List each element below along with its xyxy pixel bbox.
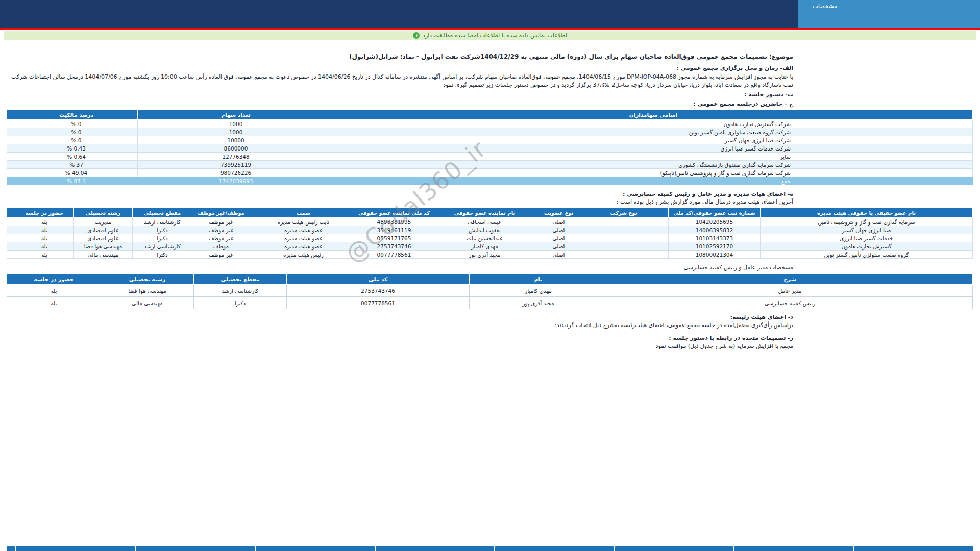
- partial-header-cell: [734, 546, 853, 551]
- section-e-title: ه- اعضای هیات مدیره و مدیر عامل و رئیس ک…: [7, 191, 793, 197]
- spacer-cell: [7, 153, 15, 161]
- shareholder-row: شرکت گروه صنعت سلولزی تامین گستر نوین 10…: [7, 128, 973, 136]
- attendance: بله: [7, 297, 101, 309]
- col-representative-national-id: کد ملی نماینده عضو حقوقی: [357, 208, 431, 218]
- membership-type: اصلی: [538, 226, 579, 234]
- spacer-cell: [7, 161, 15, 169]
- member-name: صبا انرژی جهان گستر: [761, 226, 973, 234]
- shareholder-name: شرکت سرمایه گذاری صندوق بازنشستگی کشوری: [334, 161, 973, 169]
- name: مجید آذری پور: [470, 297, 607, 309]
- position: رئیس هیئت مدیره: [250, 251, 357, 259]
- spacer-col: [7, 208, 15, 218]
- representative-national-id: 0559171765: [357, 234, 431, 242]
- position: عضو هیئت مدیره: [250, 242, 357, 251]
- section-d-intro: براساس رأی‌گیری به‌عمل‌آمده در جلسه مجمع…: [7, 321, 793, 330]
- shareholders-header-row: اسامی سهامداران تعداد سهام درصد مالکیت: [7, 110, 973, 120]
- shareholder-name: شرکت صبا انرژی جهان گستر: [334, 136, 973, 144]
- registration-number: 10420205695: [669, 218, 761, 226]
- signature-match-banner: اطلاعات نمایش داده شده با اطلاعات امضا ش…: [4, 31, 976, 40]
- col-shareholder-names: اسامی سهامداران: [334, 110, 973, 120]
- col-field-of-study: رشته تحصیلی: [101, 274, 194, 285]
- shareholder-name: شرکت گروه صنعت سلولزی تامین گستر نوین: [334, 128, 973, 136]
- registration-number: 10102592170: [669, 242, 761, 251]
- board-member-row: گروه صنعت سلولزی تأمین گستر نوین 1080002…: [7, 251, 973, 259]
- report-subject: موضوع: تصمیمات مجمع عمومی فوق‌العاده صاح…: [7, 53, 793, 60]
- spacer-cell: [7, 251, 15, 259]
- total-share-count: 1742039693: [138, 177, 334, 185]
- shareholder-row: شرکت گسترش تجارت هامون 1000 0 %: [7, 120, 973, 128]
- section-b-title: ب- دستور جلسه :: [7, 91, 793, 98]
- registration-number: 14006395832: [669, 226, 761, 234]
- ownership-percent: 37 %: [15, 161, 138, 169]
- registration-number: 10103143373: [669, 234, 761, 242]
- spacer-cell: [7, 144, 15, 153]
- spacer-cell: [7, 136, 15, 144]
- position: نایب رئیس هیئت مدیره: [250, 218, 357, 226]
- share-count: 12776348: [138, 153, 334, 161]
- section-a-body: با عنایت به مجوز افزایش سرمایه به شماره …: [7, 73, 793, 89]
- description: مدیر عامل: [607, 285, 973, 297]
- total-ownership-percent: 87.1 %: [15, 177, 138, 185]
- shareholders-table: اسامی سهامداران تعداد سهام درصد مالکیت ش…: [7, 110, 973, 185]
- executive-status: غیر موظف: [192, 234, 250, 242]
- ownership-percent: 0 %: [15, 120, 138, 128]
- board-member-row: خدمات گستر صبا انرژی 10103143373 اصلی عب…: [7, 234, 973, 242]
- col-position: سمت: [250, 208, 357, 218]
- spacer-cell: [7, 120, 15, 128]
- position: عضو هیئت مدیره: [250, 234, 357, 242]
- company-type: [579, 226, 669, 234]
- share-count: 8600000: [138, 144, 334, 153]
- representative-name: عبدالحسین بیات: [431, 234, 538, 242]
- representative-national-id: 0077778561: [357, 251, 431, 259]
- attendance: بله: [7, 285, 101, 297]
- membership-type: اصلی: [538, 242, 579, 251]
- col-field-of-study: رشته تحصیلی: [74, 208, 133, 218]
- col-membership-type: نوع عضویت: [538, 208, 579, 218]
- executive-status: غیر موظف: [192, 218, 250, 226]
- partial-header-cell: [854, 546, 973, 551]
- ownership-percent: 0 %: [15, 136, 138, 144]
- col-national-id: کد ملی: [287, 274, 470, 285]
- position: عضو هیئت مدیره: [250, 226, 357, 234]
- col-name: نام: [470, 274, 607, 285]
- board-member-row: گسترش تجارت هامون 10102592170 اصلی مهدی …: [7, 242, 973, 251]
- col-degree-level: مقطع تحصیلی: [133, 208, 192, 218]
- spacer-cell: [7, 169, 15, 177]
- codal-report-page: مشخصات اطلاعات نمایش داده شده با اطلاعات…: [0, 0, 980, 551]
- degree-level: کارشناسی ارشد: [133, 242, 192, 251]
- spacer-cell: [7, 242, 15, 251]
- degree-level: دکترا: [133, 234, 192, 242]
- field-of-study: مهندسی مالی: [101, 297, 194, 309]
- top-header-bar: مشخصات: [0, 0, 980, 28]
- representative-national-id: 4898381995: [357, 218, 431, 226]
- representative-name: یعقوب اندایش: [431, 226, 538, 234]
- representative-name: مهدی کامیار: [431, 242, 538, 251]
- ceo-table-header-row: شرح نام کد ملی مقطع تحصیلی رشته تحصیلی ح…: [7, 274, 973, 285]
- shareholder-name: شرکت خدمات گستر صبا انرژی: [334, 144, 973, 153]
- col-ownership-percent: درصد مالکیت: [15, 110, 138, 120]
- tab-specifications[interactable]: مشخصات: [813, 3, 837, 10]
- member-name: گسترش تجارت هامون: [761, 242, 973, 251]
- share-count: 980726226: [138, 169, 334, 177]
- company-type: [579, 218, 669, 226]
- registration-number: 10800021304: [669, 251, 761, 259]
- spacer-cell: [7, 234, 15, 242]
- shareholder-row: شرکت خدمات گستر صبا انرژی 8600000 0.43 %: [7, 144, 973, 153]
- ownership-percent: 0.43 %: [15, 144, 138, 153]
- shareholder-name: سایر: [334, 153, 973, 161]
- member-name: خدمات گستر صبا انرژی: [761, 234, 973, 242]
- representative-name: عیسی اسحاقی: [431, 218, 538, 226]
- membership-type: اصلی: [538, 218, 579, 226]
- partial-header-cell: [256, 546, 375, 551]
- degree-level: دکترا: [194, 297, 287, 309]
- company-type: [579, 251, 669, 259]
- shareholder-name: شرکت گسترش تجارت هامون: [334, 120, 973, 128]
- partial-header-cell: [376, 546, 495, 551]
- spacer-cell: [7, 177, 15, 185]
- field-of-study: مهندسی مالی: [74, 251, 133, 259]
- col-degree-level: مقطع تحصیلی: [194, 274, 287, 285]
- spacer-cell: [7, 218, 15, 226]
- ceo-table-row: مدیر عامل مهدی کامیار 2753743746 کارشناس…: [7, 285, 973, 297]
- info-icon: i: [413, 32, 420, 39]
- col-member-name: نام عضو حقیقی یا حقوقی هیئت مدیره: [761, 208, 973, 218]
